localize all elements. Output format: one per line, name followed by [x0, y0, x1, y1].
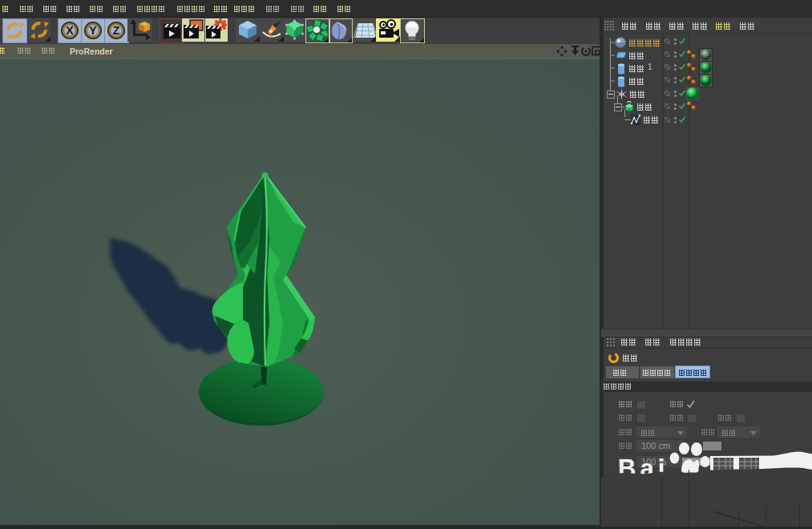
- svg-text:Y: Y: [89, 24, 97, 37]
- svg-text:Z: Z: [113, 24, 120, 37]
- svg-text:X: X: [66, 24, 74, 37]
